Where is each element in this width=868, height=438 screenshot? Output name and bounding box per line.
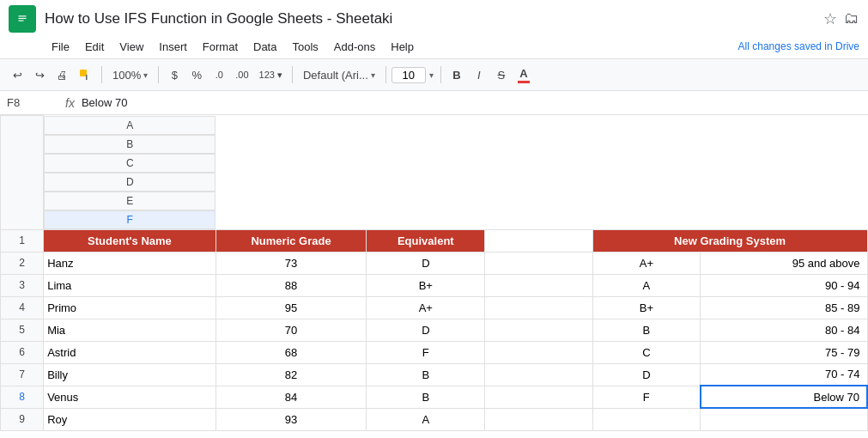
col-header-a[interactable]: A bbox=[44, 116, 215, 135]
cell-b8[interactable]: 84 bbox=[215, 386, 367, 408]
cell-reference-input[interactable] bbox=[7, 96, 58, 109]
menu-help[interactable]: Help bbox=[384, 38, 421, 56]
font-size-dropdown-arrow[interactable]: ▾ bbox=[428, 70, 435, 80]
cell-a3[interactable]: Lima bbox=[44, 274, 216, 296]
cell-d7[interactable] bbox=[485, 363, 592, 386]
cell-b4[interactable]: 95 bbox=[215, 296, 367, 319]
svg-rect-2 bbox=[19, 18, 27, 19]
col-header-d[interactable]: D bbox=[44, 173, 215, 192]
formula-bar: fx bbox=[0, 91, 868, 115]
cell-b3[interactable]: 88 bbox=[215, 274, 367, 296]
cell-f6[interactable]: 75 - 79 bbox=[701, 341, 867, 363]
undo-button[interactable]: ↩ bbox=[7, 66, 27, 84]
more-formats-button[interactable]: 123 ▾ bbox=[255, 67, 287, 83]
menu-edit[interactable]: Edit bbox=[78, 38, 111, 56]
font-size-input[interactable] bbox=[392, 67, 426, 83]
cell-b1[interactable]: Numeric Grade bbox=[215, 229, 367, 252]
bold-button[interactable]: B bbox=[446, 66, 467, 84]
cell-c6[interactable]: F bbox=[367, 341, 485, 363]
cell-e4[interactable]: B+ bbox=[592, 296, 700, 319]
col-header-b[interactable]: B bbox=[44, 135, 215, 154]
cell-c7[interactable]: B bbox=[367, 363, 485, 386]
cell-f4[interactable]: 85 - 89 bbox=[701, 296, 867, 319]
italic-button[interactable]: I bbox=[469, 66, 489, 84]
row-num-7: 7 bbox=[1, 363, 44, 386]
menu-tools[interactable]: Tools bbox=[285, 38, 325, 56]
cell-d8[interactable] bbox=[485, 386, 592, 408]
cell-d6[interactable] bbox=[485, 341, 592, 363]
cell-f8[interactable]: Below 70 bbox=[701, 386, 867, 408]
cell-a9[interactable]: Roy bbox=[44, 408, 216, 430]
cell-f7[interactable]: 70 - 74 bbox=[701, 363, 867, 386]
cell-d5[interactable] bbox=[485, 319, 592, 341]
font-dropdown[interactable]: Default (Ari... ▾ bbox=[298, 66, 380, 84]
cell-d9[interactable] bbox=[485, 408, 592, 430]
row-num-4: 4 bbox=[1, 296, 44, 319]
menu-view[interactable]: View bbox=[112, 38, 150, 56]
cell-f5[interactable]: 80 - 84 bbox=[701, 319, 867, 341]
svg-rect-3 bbox=[19, 21, 24, 21]
cell-a8[interactable]: Venus bbox=[44, 386, 216, 408]
cell-c8[interactable]: B bbox=[367, 386, 485, 408]
cell-b6[interactable]: 68 bbox=[215, 341, 367, 363]
menu-file[interactable]: File bbox=[45, 38, 76, 56]
cell-b9[interactable]: 93 bbox=[215, 408, 367, 430]
toolbar-separator-4 bbox=[385, 66, 386, 83]
cell-e3[interactable]: A bbox=[592, 274, 700, 296]
paint-format-button[interactable] bbox=[74, 65, 96, 84]
cell-a1[interactable]: Student's Name bbox=[44, 229, 216, 252]
cell-d1[interactable] bbox=[485, 229, 592, 252]
cell-e1[interactable]: New Grading System bbox=[592, 229, 867, 252]
cell-a5[interactable]: Mia bbox=[44, 319, 216, 341]
percent-button[interactable]: % bbox=[186, 66, 207, 84]
cell-c3[interactable]: B+ bbox=[367, 274, 485, 296]
cell-c1[interactable]: Equivalent bbox=[367, 229, 485, 252]
currency-button[interactable]: $ bbox=[164, 66, 185, 84]
menu-format[interactable]: Format bbox=[196, 38, 245, 56]
star-icon[interactable]: ☆ bbox=[823, 9, 837, 28]
cell-b2[interactable]: 73 bbox=[215, 252, 367, 274]
cell-e2[interactable]: A+ bbox=[592, 252, 700, 274]
row-num-2: 2 bbox=[1, 252, 44, 274]
cell-b7[interactable]: 82 bbox=[215, 363, 367, 386]
cell-e6[interactable]: C bbox=[592, 341, 700, 363]
menu-insert[interactable]: Insert bbox=[152, 38, 194, 56]
menu-addons[interactable]: Add-ons bbox=[327, 38, 382, 56]
zoom-dropdown[interactable]: 100% ▾ bbox=[107, 66, 153, 84]
cell-d2[interactable] bbox=[485, 252, 592, 274]
decimal-increase-button[interactable]: .00 bbox=[231, 67, 252, 82]
redo-button[interactable]: ↪ bbox=[29, 66, 50, 84]
folder-icon[interactable]: 🗂 bbox=[844, 9, 859, 28]
cell-f9[interactable] bbox=[701, 408, 867, 430]
menu-data[interactable]: Data bbox=[246, 38, 283, 56]
cell-a4[interactable]: Primo bbox=[44, 296, 216, 319]
cell-c2[interactable]: D bbox=[367, 252, 485, 274]
col-header-c[interactable]: C bbox=[44, 154, 215, 173]
cell-a2[interactable]: Hanz bbox=[44, 252, 216, 274]
text-color-button[interactable]: A bbox=[513, 64, 534, 86]
row-num-9: 9 bbox=[1, 408, 44, 430]
cell-e9[interactable] bbox=[592, 408, 700, 430]
cell-e8[interactable]: F bbox=[592, 386, 700, 408]
col-header-f[interactable]: F bbox=[44, 210, 215, 229]
cell-a7[interactable]: Billy bbox=[44, 363, 216, 386]
print-button[interactable]: 🖨 bbox=[52, 66, 72, 84]
cell-a6[interactable]: Astrid bbox=[44, 341, 216, 363]
cell-c5[interactable]: D bbox=[367, 319, 485, 341]
cell-f3[interactable]: 90 - 94 bbox=[701, 274, 867, 296]
formula-input[interactable] bbox=[82, 96, 861, 109]
cell-c4[interactable]: A+ bbox=[367, 296, 485, 319]
strikethrough-button[interactable]: S bbox=[491, 66, 512, 84]
save-status-link[interactable]: All changes saved in Drive bbox=[738, 40, 859, 52]
table-row: 2 Hanz 73 D A+ 95 and above bbox=[1, 252, 868, 274]
cell-e7[interactable]: D bbox=[592, 363, 700, 386]
cell-c9[interactable]: A bbox=[367, 408, 485, 430]
cell-e5[interactable]: B bbox=[592, 319, 700, 341]
cell-f2[interactable]: 95 and above bbox=[701, 252, 867, 274]
row-num-1: 1 bbox=[1, 229, 44, 252]
cell-b5[interactable]: 70 bbox=[215, 319, 367, 341]
col-header-e[interactable]: E bbox=[44, 192, 215, 210]
decimal-decrease-button[interactable]: .0 bbox=[209, 67, 229, 82]
cell-d3[interactable] bbox=[485, 274, 592, 296]
cell-d4[interactable] bbox=[485, 296, 592, 319]
